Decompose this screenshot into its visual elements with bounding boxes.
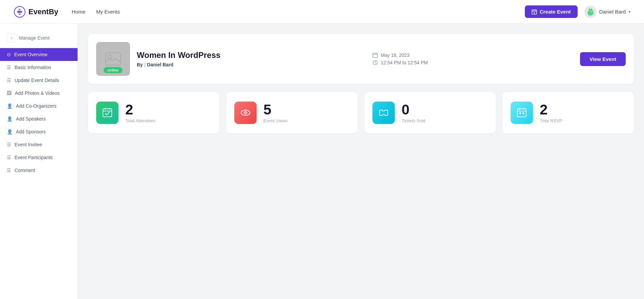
- event-info: Women In WordPress By : Daniel Bard: [137, 50, 220, 67]
- stat-card-tickets-sold: 0 Tickets Sold: [364, 92, 496, 133]
- calendar-icon: [372, 52, 378, 58]
- event-card-left: online Women In WordPress By : Daniel Ba…: [96, 42, 220, 76]
- stat-value-views: 5: [263, 103, 287, 117]
- event-meta: May 18, 2023 12:54 PM to 12:54 PM: [372, 52, 428, 65]
- stat-label-rsvp: Total RSVP: [540, 118, 562, 123]
- svg-rect-14: [106, 53, 121, 65]
- event-status-badge: online: [104, 67, 123, 73]
- stat-label-attendees: Total Attendees: [125, 118, 155, 123]
- stat-info-attendees: 2 Total Attendees: [125, 103, 155, 123]
- sidebar-label-comment: Comment: [15, 168, 35, 173]
- user-icon-sponsors: 👤: [7, 129, 13, 134]
- stat-icon-box-tickets: [372, 102, 395, 124]
- sidebar-header: ‹ Manage Event: [0, 30, 78, 48]
- svg-rect-2: [532, 10, 537, 14]
- svg-rect-35: [522, 112, 524, 114]
- calendar-check-icon: [102, 107, 113, 118]
- avatar: [584, 6, 597, 18]
- svg-rect-16: [373, 53, 378, 58]
- event-card: online Women In WordPress By : Daniel Ba…: [88, 34, 634, 84]
- eye-icon: [240, 107, 251, 118]
- nav-my-events[interactable]: My Events: [96, 9, 120, 15]
- sidebar-item-update-event-details[interactable]: ☰ Update Event Details: [0, 74, 78, 87]
- stat-icon-box-attendees: [96, 102, 119, 124]
- create-event-button[interactable]: Create Event: [525, 5, 578, 18]
- list-icon-update: ☰: [7, 78, 11, 83]
- stat-card-total-attendees: 2 Total Attendees: [88, 92, 219, 133]
- sidebar-item-event-overview[interactable]: ⊙ Event Overview: [0, 48, 78, 61]
- user-menu[interactable]: Daniel Bard ▾: [584, 6, 630, 18]
- sidebar-item-add-sponsors[interactable]: 👤 Add Sponsors: [0, 125, 78, 138]
- user-icon-speakers: 👤: [7, 116, 13, 122]
- calendar-plus-icon: [532, 9, 537, 15]
- sidebar-label-update-event-details: Update Event Details: [15, 78, 59, 83]
- sidebar-item-event-participants[interactable]: ☰ Event Participants: [0, 151, 78, 164]
- sidebar-title: Manage Event: [19, 35, 49, 41]
- user-name: Daniel Bard: [599, 9, 626, 15]
- svg-point-29: [245, 112, 246, 113]
- svg-rect-30: [517, 109, 526, 117]
- list-icon-invitee: ☰: [7, 142, 11, 147]
- stat-info-views: 5 Event Views: [263, 103, 287, 123]
- sidebar-item-add-co-organizers[interactable]: 👤 Add Co-Organizers: [0, 100, 78, 112]
- user-avatar-icon: [585, 7, 596, 17]
- svg-rect-34: [519, 112, 521, 114]
- logo-icon: [14, 6, 26, 18]
- svg-point-15: [108, 55, 112, 59]
- stats-grid: 2 Total Attendees 5 Event Views: [88, 92, 634, 133]
- sidebar-label-add-speakers: Add Speakers: [16, 116, 46, 122]
- header-right: Create Event Daniel Bard ▾: [525, 5, 630, 18]
- chevron-down-icon: ▾: [628, 9, 630, 14]
- view-event-button[interactable]: View Event: [580, 52, 626, 66]
- svg-point-1: [19, 11, 21, 13]
- overview-icon: ⊙: [7, 52, 11, 57]
- list-icon-participants: ☰: [7, 155, 11, 160]
- stat-value-rsvp: 2: [540, 103, 562, 117]
- stat-value-tickets: 0: [402, 103, 425, 117]
- header: EventBy Home My Events Create Event: [0, 0, 644, 24]
- stat-icon-box-views: [234, 102, 257, 124]
- event-time: 12:54 PM to 12:54 PM: [372, 60, 428, 65]
- sidebar-item-add-speakers[interactable]: 👤 Add Speakers: [0, 112, 78, 125]
- nav-home[interactable]: Home: [72, 9, 85, 15]
- sidebar-item-comment[interactable]: ☰ Comment: [0, 164, 78, 177]
- svg-rect-23: [103, 109, 112, 117]
- event-thumbnail: online: [96, 42, 130, 76]
- main-nav: Home My Events: [72, 9, 120, 15]
- stat-label-views: Event Views: [263, 118, 287, 123]
- sidebar-item-add-photos-videos[interactable]: 🖼 Add Photos & Videos: [0, 87, 78, 100]
- sidebar-item-event-invitee[interactable]: ☰ Event Invitee: [0, 138, 78, 151]
- event-author: By : Daniel Bard: [137, 62, 220, 67]
- sidebar-collapse-button[interactable]: ‹: [7, 33, 16, 43]
- svg-point-13: [591, 9, 592, 10]
- layout: ‹ Manage Event ⊙ Event Overview ☰ Basic …: [0, 24, 644, 299]
- main-content: online Women In WordPress By : Daniel Ba…: [78, 24, 644, 299]
- svg-point-12: [589, 9, 589, 10]
- list-icon-comment: ☰: [7, 168, 11, 173]
- sidebar-label-add-photos-videos: Add Photos & Videos: [15, 90, 60, 96]
- sidebar-label-basic-information: Basic Information: [15, 65, 51, 70]
- stat-card-event-views: 5 Event Views: [226, 92, 358, 133]
- calendar-rsvp-icon: [516, 107, 527, 118]
- thumbnail-image-icon: [105, 52, 121, 66]
- clock-icon: [372, 60, 378, 65]
- sidebar-label-event-invitee: Event Invitee: [15, 142, 42, 147]
- sidebar-label-add-sponsors: Add Sponsors: [16, 129, 46, 134]
- stat-label-tickets: Tickets Sold: [402, 118, 425, 123]
- stat-info-tickets: 0 Tickets Sold: [402, 103, 425, 123]
- event-date: May 18, 2023: [372, 52, 428, 58]
- ticket-icon: [378, 107, 389, 118]
- stat-info-rsvp: 2 Total RSVP: [540, 103, 562, 123]
- sidebar-item-basic-information[interactable]: ☰ Basic Information: [0, 61, 78, 74]
- logo-text: EventBy: [28, 7, 58, 16]
- stat-card-total-rsvp: 2 Total RSVP: [502, 92, 634, 133]
- image-icon: 🖼: [7, 90, 12, 96]
- sidebar-label-add-co-organizers: Add Co-Organizers: [16, 103, 57, 109]
- user-icon-co: 👤: [7, 103, 13, 109]
- logo[interactable]: EventBy: [14, 6, 58, 18]
- sidebar-label-event-overview: Event Overview: [14, 52, 47, 57]
- list-icon-basic: ☰: [7, 65, 11, 70]
- event-title: Women In WordPress: [137, 50, 220, 60]
- svg-line-22: [375, 63, 376, 63]
- stat-value-attendees: 2: [125, 103, 155, 117]
